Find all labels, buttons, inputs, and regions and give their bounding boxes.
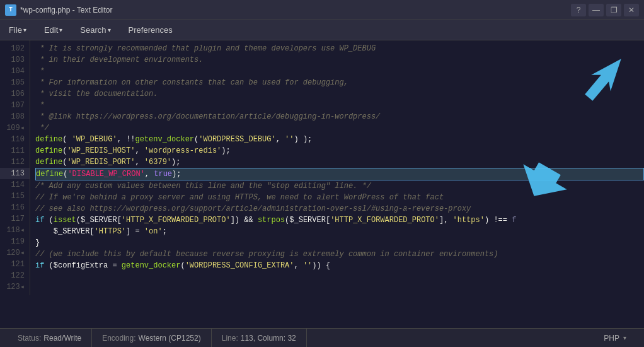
language-dropdown-icon[interactable]: ▾ (623, 334, 626, 341)
encoding-label: Encoding: (102, 334, 135, 343)
maximize-button[interactable]: ❐ (606, 4, 621, 16)
title-controls: ? — ❐ ✕ (571, 4, 639, 16)
code-line-114: /* Add any custom values between this li… (35, 180, 644, 192)
window-title: *wp-config.php - Text Editor (20, 6, 113, 15)
line-numbers: 102 103 104 105 106 107 108 109◂ 110 111… (0, 40, 30, 295)
code-line-108: * @link https://wordpress.org/documentat… (35, 111, 644, 122)
code-line-116: // If we're behind a proxy server and us… (35, 192, 644, 203)
code-line-117: // see also https://wordpress.org/suppor… (35, 203, 644, 215)
minimize-button[interactable]: — (589, 4, 604, 16)
code-line-103: * in their development environments. (35, 54, 644, 66)
status-label: Status: (18, 334, 41, 343)
code-line-118: if (isset($_SERVER['HTTP_X_FORWARDED_PRO… (35, 215, 644, 226)
code-line-110: define( 'WP_DEBUG', !!getenv_docker('WOR… (35, 134, 644, 145)
code-editor[interactable]: 102 103 104 105 106 107 108 109◂ 110 111… (0, 40, 644, 328)
status-bar: Status: Read/Write Encoding: Western (CP… (0, 328, 644, 347)
code-line-119: $_SERVER['HTTPS'] = 'on'; (35, 226, 644, 237)
menu-bar: File ▾ Edit ▾ Search ▾ Preferences (0, 20, 644, 40)
title-bar: T *wp-config.php - Text Editor ? — ❐ ✕ (0, 0, 644, 20)
status-position: Line: 113, Column: 32 (212, 329, 307, 347)
code-line-123: if ($configExtra = getenv_docker('WORDPR… (35, 260, 644, 271)
app-icon: T (5, 4, 16, 16)
code-line-107: * (35, 100, 644, 111)
status-language[interactable]: PHP ▾ (594, 329, 636, 347)
close-button[interactable]: ✕ (624, 4, 639, 16)
code-line-112: define('WP_REDIS_PORT', '6379'); (35, 156, 644, 168)
code-line-104: * (35, 66, 644, 77)
code-line-106: * visit the documentation. (35, 88, 644, 100)
status-readwrite: Status: Read/Write (8, 329, 92, 347)
encoding-value: Western (CP1252) (139, 334, 201, 343)
code-line-109: */ (35, 122, 644, 134)
status-encoding: Encoding: Western (CP1252) (92, 329, 212, 347)
menu-file[interactable]: File ▾ (0, 20, 35, 40)
menu-preferences[interactable]: Preferences (120, 20, 181, 40)
code-line-120: } (35, 237, 644, 249)
code-lines[interactable]: * It is strongly recommended that plugin… (30, 40, 644, 295)
code-line-111: define('WP_REDIS_HOST', 'wordpress-redis… (35, 145, 644, 156)
position-label: Line: (222, 334, 238, 343)
position-value: 113, Column: 32 (241, 334, 296, 343)
language-value: PHP (604, 334, 619, 343)
help-button[interactable]: ? (571, 4, 586, 16)
menu-edit[interactable]: Edit ▾ (35, 20, 71, 40)
code-line-113: define('DISABLE_WP_CRON', true); (35, 168, 644, 180)
code-line-102: * It is strongly recommended that plugin… (35, 43, 644, 54)
menu-search[interactable]: Search ▾ (71, 20, 119, 40)
title-left: T *wp-config.php - Text Editor (5, 4, 113, 16)
status-value: Read/Write (43, 334, 81, 343)
code-line-105: * For information on other constants tha… (35, 77, 644, 88)
code-line-121: // (we include this by default because r… (35, 249, 644, 260)
